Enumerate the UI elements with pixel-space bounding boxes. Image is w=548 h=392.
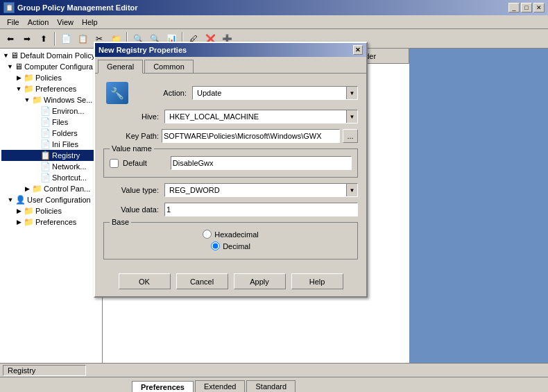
dialog-content: 🔧 Action: Create Replace Update Delete ▼… <box>95 73 366 268</box>
hexadecimal-radio[interactable] <box>203 230 212 239</box>
dialog-buttons: OK Cancel Apply Help <box>95 268 366 296</box>
dialog-overlay: New Registry Properties ✕ General Common… <box>0 0 548 392</box>
dialog-tabs: General Common <box>95 57 366 73</box>
action-row: 🔧 Action: Create Replace Update Delete ▼ <box>103 82 358 104</box>
action-select[interactable]: Create Replace Update Delete <box>192 86 358 100</box>
action-label: Action: <box>137 89 187 97</box>
key-path-row: Key Path: ... <box>103 129 358 143</box>
hive-row: Hive: HKEY_CLASSES_ROOT HKEY_CURRENT_USE… <box>103 110 358 123</box>
hexadecimal-label: Hexadecimal <box>214 230 259 239</box>
browse-button[interactable]: ... <box>343 129 358 143</box>
dialog-tab-general[interactable]: General <box>98 60 143 74</box>
value-name-legend: Value name <box>110 144 154 153</box>
value-data-label: Value data: <box>103 205 159 214</box>
value-data-row: Value data: <box>103 203 358 216</box>
action-select-wrapper: Create Replace Update Delete ▼ <box>192 86 358 100</box>
help-button[interactable]: Help <box>291 273 343 289</box>
registry-action-icon: 🔧 <box>106 82 128 104</box>
value-type-select[interactable]: REG_SZ REG_EXPAND_SZ REG_BINARY REG_DWOR… <box>164 183 358 197</box>
key-path-label: Key Path: <box>103 132 159 140</box>
decimal-radio-row: Decimal <box>110 241 352 250</box>
dialog-tab-common[interactable]: Common <box>144 60 194 73</box>
base-group: Base Hexadecimal Decimal <box>103 222 358 259</box>
value-type-row: Value type: REG_SZ REG_EXPAND_SZ REG_BIN… <box>103 183 358 197</box>
value-data-input[interactable] <box>164 203 358 216</box>
apply-button[interactable]: Apply <box>234 273 286 289</box>
dialog-title-text: New Registry Properties <box>99 46 187 54</box>
base-legend: Base <box>110 218 131 226</box>
default-checkbox[interactable] <box>110 159 119 168</box>
value-type-select-wrapper: REG_SZ REG_EXPAND_SZ REG_BINARY REG_DWOR… <box>164 183 358 197</box>
hive-select-wrapper: HKEY_CLASSES_ROOT HKEY_CURRENT_USER HKEY… <box>164 110 358 123</box>
cancel-button[interactable]: Cancel <box>176 273 228 289</box>
decimal-label: Decimal <box>223 242 250 250</box>
default-checkbox-label: Default <box>123 159 147 167</box>
new-registry-properties-dialog: New Registry Properties ✕ General Common… <box>94 42 368 298</box>
hive-label: Hive: <box>103 112 159 121</box>
ok-button[interactable]: OK <box>119 273 171 289</box>
dialog-close-button[interactable]: ✕ <box>353 45 363 55</box>
hexadecimal-radio-row: Hexadecimal <box>110 230 352 239</box>
value-name-group: Value name Default <box>103 148 358 178</box>
dialog-title-bar: New Registry Properties ✕ <box>95 43 366 57</box>
key-path-input[interactable] <box>162 129 340 143</box>
hive-select[interactable]: HKEY_CLASSES_ROOT HKEY_CURRENT_USER HKEY… <box>164 110 358 123</box>
value-name-input[interactable] <box>171 156 352 170</box>
decimal-radio[interactable] <box>211 241 220 250</box>
default-checkbox-row: Default <box>110 156 352 170</box>
value-type-label: Value type: <box>103 186 159 194</box>
